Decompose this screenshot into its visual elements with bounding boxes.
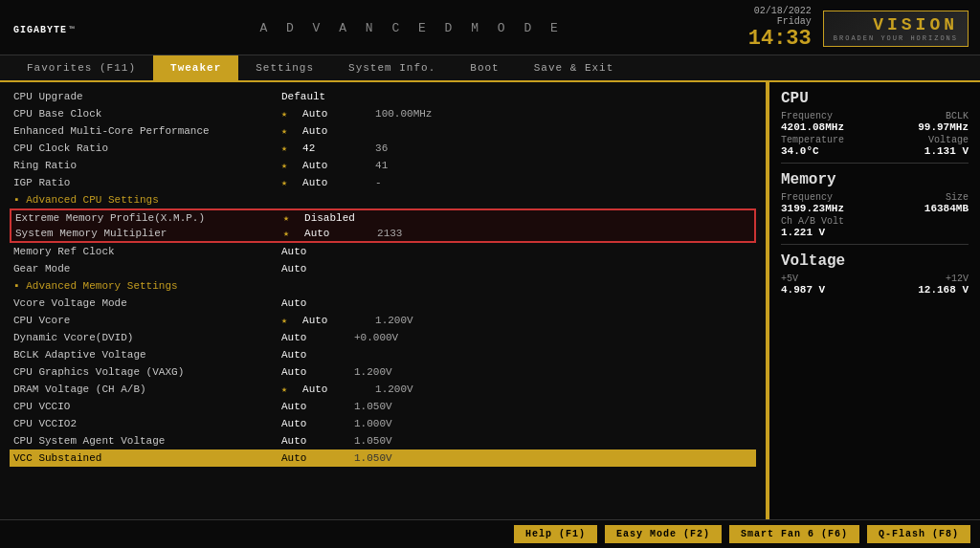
setting-name: IGP Ratio [13, 177, 262, 188]
tab-boot[interactable]: Boot [453, 55, 516, 80]
value-secondary: 1.200V [375, 315, 413, 326]
value-secondary: 1.050V [354, 452, 392, 464]
cpu-bclk: BCLK 99.97MHz [918, 111, 969, 133]
setting-name: CPU Clock Ratio [13, 142, 262, 154]
setting-value: ★Auto- [281, 177, 382, 188]
setting-value: ★Auto [281, 125, 360, 137]
setting-name: Memory Ref Clock [13, 246, 262, 257]
table-row[interactable]: BCLK Adaptive VoltageAuto [10, 346, 756, 363]
tab-save-exit[interactable]: Save & Exit [517, 55, 632, 80]
table-row[interactable]: CPU Clock Ratio★4236 [10, 140, 756, 157]
divider-2 [781, 244, 969, 245]
table-row[interactable]: System Memory Multiplier★Auto2133 [10, 226, 756, 243]
left-panel: CPU UpgradeDefaultCPU Base Clock★Auto100… [0, 82, 768, 544]
smart-fan-button[interactable]: Smart Fan 6 (F6) [729, 525, 859, 543]
value-primary: Disabled [304, 212, 362, 224]
mode-title: A D V A N C E D M O D E [259, 21, 563, 35]
divider-1 [781, 163, 969, 164]
voltage-section-title: Voltage [781, 252, 969, 270]
table-row[interactable]: VCC SubstainedAuto1.050V [10, 449, 756, 467]
table-row[interactable]: CPU Graphics Voltage (VAXG)Auto1.200V [10, 363, 756, 381]
setting-value: ★Auto1.200V [281, 315, 413, 326]
setting-name: Ring Ratio [13, 160, 262, 171]
setting-name: CPU Vcore [13, 315, 262, 326]
setting-name: ▪ Advanced CPU Settings [13, 194, 262, 206]
setting-name: CPU Graphics Voltage (VAXG) [13, 366, 262, 378]
memory-section-title: Memory [781, 171, 969, 188]
vision-title: VISION [834, 15, 958, 34]
volt-12v: +12V 12.168 V [918, 274, 969, 296]
value-primary: Auto [302, 177, 360, 188]
value-secondary: 100.00MHz [375, 108, 432, 120]
table-row[interactable]: Ring Ratio★Auto41 [10, 157, 756, 174]
table-row[interactable]: DRAM Voltage (CH A/B)★Auto1.200V [10, 381, 756, 398]
value-primary: Auto [281, 297, 339, 309]
setting-value: Auto [281, 246, 339, 257]
vision-sub: BROADEN YOUR HORIZONS [834, 34, 958, 42]
table-row[interactable]: Dynamic Vcore(DVID)Auto+0.000V [10, 329, 756, 346]
main-layout: CPU UpgradeDefaultCPU Base Clock★Auto100… [0, 82, 980, 544]
mem-freq-row: Frequency 3199.23MHz Size 16384MB [781, 192, 969, 214]
table-row[interactable]: CPU System Agent VoltageAuto1.050V [10, 432, 756, 449]
table-row[interactable]: Vcore Voltage ModeAuto [10, 295, 756, 312]
setting-name: DRAM Voltage (CH A/B) [13, 384, 262, 395]
table-row[interactable]: ▪ Advanced CPU Settings [10, 191, 756, 208]
table-row[interactable]: Extreme Memory Profile(X.M.P.)★Disabled [10, 208, 756, 226]
star-icon: ★ [283, 212, 289, 224]
star-icon: ★ [281, 108, 287, 120]
table-row[interactable]: CPU Vcore★Auto1.200V [10, 312, 756, 329]
setting-value: Auto [281, 349, 339, 361]
table-row[interactable]: Gear ModeAuto [10, 260, 756, 277]
setting-name: Vcore Voltage Mode [13, 297, 262, 309]
table-row[interactable]: CPU VCCIO2Auto1.000V [10, 415, 756, 432]
right-panel: CPU Frequency 4201.08MHz BCLK 99.97MHz T… [769, 82, 980, 544]
setting-name: BCLK Adaptive Voltage [13, 349, 262, 361]
value-primary: Auto [281, 246, 339, 257]
value-primary: Auto [281, 435, 339, 447]
setting-value: ★4236 [281, 142, 388, 154]
value-primary: Auto [281, 401, 339, 412]
table-row[interactable]: CPU VCCIOAuto1.050V [10, 398, 756, 415]
qflash-button[interactable]: Q-Flash (F8) [867, 525, 970, 543]
table-row[interactable]: CPU Base Clock★Auto100.00MHz [10, 105, 756, 122]
table-row[interactable]: Memory Ref ClockAuto [10, 243, 756, 260]
value-primary: Auto [281, 418, 339, 429]
table-row[interactable]: Enhanced Multi-Core Performance★Auto [10, 122, 756, 140]
table-row[interactable]: IGP Ratio★Auto- [10, 174, 756, 191]
header: GIGABYTE™ A D V A N C E D M O D E 02/18/… [0, 0, 980, 55]
mem-ch-row: Ch A/B Volt 1.221 V [781, 216, 969, 238]
tab-tweaker[interactable]: Tweaker [153, 55, 238, 80]
datetime: 02/18/2022 Friday 14:33 [748, 6, 812, 51]
table-row[interactable]: ▪ Advanced Memory Settings [10, 277, 756, 295]
easy-mode-button[interactable]: Easy Mode (F2) [605, 525, 722, 543]
value-secondary: 1.050V [354, 401, 392, 412]
setting-value: ★Disabled [283, 212, 362, 224]
mem-freq: Frequency 3199.23MHz [781, 192, 844, 214]
star-icon: ★ [281, 315, 287, 326]
table-row[interactable]: CPU UpgradeDefault [10, 88, 756, 105]
cpu-volt: Voltage 1.131 V [924, 135, 969, 157]
value-primary: Auto [281, 332, 339, 343]
tab-sysinfo[interactable]: System Info. [331, 55, 453, 80]
star-icon: ★ [281, 177, 287, 188]
value-primary: Auto [302, 160, 360, 171]
vision-logo: VISION BROADEN YOUR HORIZONS [823, 11, 969, 47]
mem-size: Size 16384MB [924, 192, 969, 214]
help-button[interactable]: Help (F1) [514, 525, 597, 543]
setting-name: Enhanced Multi-Core Performance [13, 125, 262, 137]
value-secondary: 41 [375, 160, 388, 171]
setting-value: Auto1.200V [281, 366, 392, 378]
setting-value: Default [281, 91, 339, 102]
value-primary: Auto [281, 349, 339, 361]
setting-name: CPU VCCIO2 [13, 418, 262, 429]
cpu-freq-row: Frequency 4201.08MHz BCLK 99.97MHz [781, 111, 969, 133]
footer: Help (F1) Easy Mode (F2) Smart Fan 6 (F6… [0, 519, 980, 548]
setting-value: Auto1.050V [281, 452, 392, 464]
tab-settings[interactable]: Settings [238, 55, 331, 80]
date: 02/18/2022 [748, 6, 812, 16]
setting-value: ★Auto1.200V [281, 384, 413, 395]
setting-value: Auto1.050V [281, 401, 392, 412]
tab-favorites[interactable]: Favorites (F11) [10, 55, 153, 80]
value-primary: Auto [281, 366, 339, 378]
setting-name: VCC Substained [13, 452, 262, 464]
